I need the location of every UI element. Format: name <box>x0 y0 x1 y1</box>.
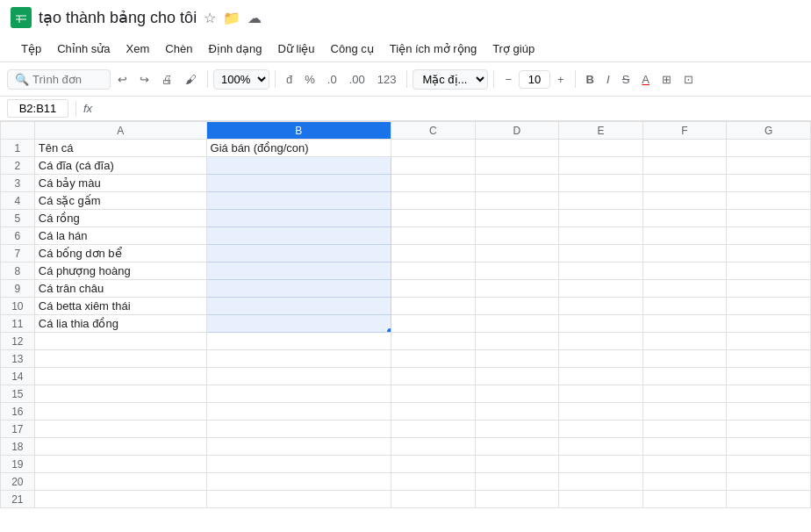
cell-F2[interactable] <box>642 157 727 175</box>
cell-E8[interactable] <box>559 262 643 280</box>
cell-E6[interactable] <box>559 227 643 245</box>
cell-G17[interactable] <box>727 421 811 438</box>
cell-A20[interactable] <box>34 473 206 491</box>
cell-F13[interactable] <box>642 350 727 368</box>
cell-C3[interactable] <box>391 175 475 192</box>
cell-F12[interactable] <box>642 333 727 350</box>
cell-B13[interactable] <box>206 350 391 368</box>
print-button[interactable]: 🖨 <box>156 69 178 90</box>
font-size-input[interactable] <box>519 70 550 89</box>
menu-item-chỉnh-sửa[interactable]: Chỉnh sửa <box>50 39 117 59</box>
cell-B9[interactable] <box>206 280 391 298</box>
folder-icon[interactable]: 📁 <box>223 10 240 26</box>
cell-A21[interactable] <box>34 491 206 508</box>
percent-button[interactable]: % <box>299 69 320 90</box>
col-header-g[interactable]: G <box>727 122 811 140</box>
cell-E20[interactable] <box>559 473 643 491</box>
cell-B10[interactable] <box>206 298 391 315</box>
cell-D14[interactable] <box>475 368 559 385</box>
cell-C6[interactable] <box>391 227 475 245</box>
cell-D13[interactable] <box>475 350 559 368</box>
cell-C15[interactable] <box>391 385 475 403</box>
cell-A1[interactable]: Tên cá <box>34 140 206 157</box>
search-box[interactable]: 🔍 <box>7 69 111 90</box>
cell-F10[interactable] <box>642 298 727 315</box>
menu-item-chèn[interactable]: Chèn <box>158 39 199 59</box>
cell-E16[interactable] <box>559 403 643 421</box>
cell-D18[interactable] <box>475 438 559 456</box>
cell-D21[interactable] <box>475 491 559 508</box>
cell-F3[interactable] <box>642 175 727 192</box>
cell-E12[interactable] <box>559 333 643 350</box>
cell-E4[interactable] <box>559 192 643 210</box>
cell-C8[interactable] <box>391 262 475 280</box>
cell-E10[interactable] <box>559 298 643 315</box>
format-painter-button[interactable]: 🖌 <box>180 69 202 90</box>
cell-C1[interactable] <box>391 140 475 157</box>
col-header-c[interactable]: C <box>391 122 475 140</box>
cell-B17[interactable] <box>206 421 391 438</box>
cell-C16[interactable] <box>391 403 475 421</box>
cell-A17[interactable] <box>34 421 206 438</box>
cell-G10[interactable] <box>727 298 811 315</box>
cell-B2[interactable] <box>206 157 391 175</box>
menu-item-dữ-liệu[interactable]: Dữ liệu <box>271 39 322 59</box>
cell-G12[interactable] <box>727 333 811 350</box>
cell-D4[interactable] <box>475 192 559 210</box>
cell-G15[interactable] <box>727 385 811 403</box>
cell-G11[interactable] <box>727 315 811 333</box>
cell-F20[interactable] <box>642 473 727 491</box>
bold-button[interactable]: B <box>581 69 599 90</box>
cell-E21[interactable] <box>559 491 643 508</box>
cell-D12[interactable] <box>475 333 559 350</box>
menu-item-trợ-giúp[interactable]: Trợ giúp <box>485 39 542 59</box>
cell-C2[interactable] <box>391 157 475 175</box>
cell-E11[interactable] <box>559 315 643 333</box>
cell-G6[interactable] <box>727 227 811 245</box>
cell-G16[interactable] <box>727 403 811 421</box>
cell-D5[interactable] <box>475 210 559 227</box>
menu-item-định-dạng[interactable]: Định dạng <box>201 39 269 59</box>
menu-item-tiện-ích-mở-rộng[interactable]: Tiện ích mở rộng <box>383 39 484 59</box>
cell-E2[interactable] <box>559 157 643 175</box>
cell-B21[interactable] <box>206 491 391 508</box>
cell-C10[interactable] <box>391 298 475 315</box>
cell-F9[interactable] <box>642 280 727 298</box>
font-size-decrease-button[interactable]: − <box>499 69 517 90</box>
cell-B20[interactable] <box>206 473 391 491</box>
cell-G7[interactable] <box>727 245 811 262</box>
cell-D17[interactable] <box>475 421 559 438</box>
cell-E1[interactable] <box>559 140 643 157</box>
cell-C4[interactable] <box>391 192 475 210</box>
col-header-b[interactable]: B <box>206 122 391 140</box>
cell-B7[interactable] <box>206 245 391 262</box>
cell-A4[interactable]: Cá sặc gấm <box>34 192 206 210</box>
cell-G4[interactable] <box>727 192 811 210</box>
search-input[interactable] <box>32 73 103 86</box>
star-icon[interactable]: ☆ <box>204 10 216 26</box>
redo-button[interactable]: ↪ <box>134 69 154 90</box>
cell-A10[interactable]: Cá betta xiêm thái <box>34 298 206 315</box>
cell-F8[interactable] <box>642 262 727 280</box>
cell-B16[interactable] <box>206 403 391 421</box>
undo-button[interactable]: ↩ <box>112 69 133 90</box>
cell-F14[interactable] <box>642 368 727 385</box>
strikethrough-button[interactable]: S <box>617 69 635 90</box>
cell-A5[interactable]: Cá rồng <box>34 210 206 227</box>
cell-C21[interactable] <box>391 491 475 508</box>
cell-C13[interactable] <box>391 350 475 368</box>
cell-F11[interactable] <box>642 315 727 333</box>
col-header-a[interactable]: A <box>34 122 206 140</box>
fill-handle[interactable] <box>387 328 391 333</box>
col-header-e[interactable]: E <box>559 122 643 140</box>
cell-D19[interactable] <box>475 456 559 473</box>
cell-F5[interactable] <box>642 210 727 227</box>
cell-G2[interactable] <box>727 157 811 175</box>
decrease-decimal-button[interactable]: .0 <box>322 69 342 90</box>
zoom-select[interactable]: 100% <box>213 69 269 90</box>
menu-item-xem[interactable]: Xem <box>119 39 157 59</box>
cell-D20[interactable] <box>475 473 559 491</box>
cell-G8[interactable] <box>727 262 811 280</box>
cell-D3[interactable] <box>475 175 559 192</box>
cell-B6[interactable] <box>206 227 391 245</box>
